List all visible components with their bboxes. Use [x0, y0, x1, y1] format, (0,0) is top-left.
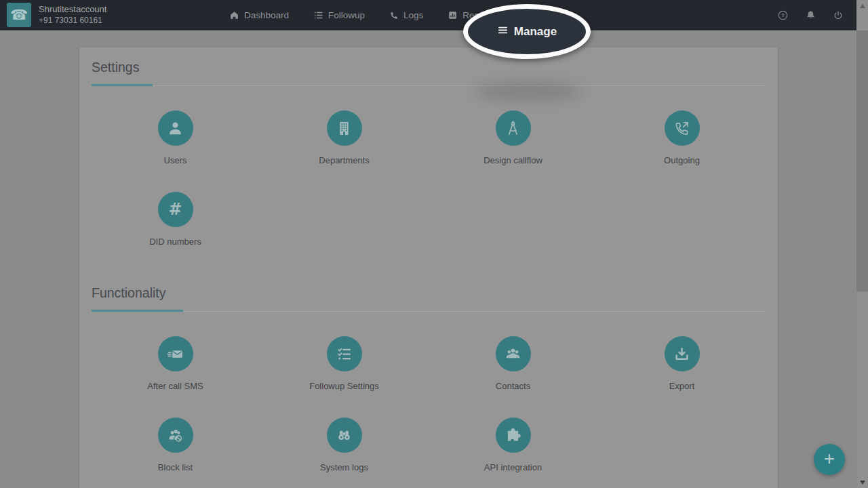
divider-accent — [92, 84, 153, 86]
add-button[interactable]: + — [814, 444, 845, 475]
scroll-up-button[interactable] — [856, 0, 868, 12]
contacts-group-icon — [496, 336, 531, 371]
settings-grid: Users Departments — [91, 86, 766, 273]
bell-icon[interactable] — [805, 9, 816, 21]
manage-panel: Settings Users — [79, 47, 778, 488]
nav-item-dashboard[interactable]: Dashboard — [229, 10, 289, 20]
scroll-up-icon — [860, 4, 865, 8]
plus-icon: + — [824, 448, 835, 469]
tile-followup-settings[interactable]: Followup Settings — [260, 336, 429, 418]
app-logo[interactable]: ☎ — [7, 3, 31, 27]
account-brand: Shrutitestaccount +91 73031 60161 — [39, 4, 106, 25]
tile-system-logs[interactable]: System logs — [260, 418, 429, 488]
scrollbar-thumb[interactable] — [856, 30, 868, 291]
nav-item-logs[interactable]: Logs — [389, 10, 423, 20]
functionality-grid: After call SMS Followup Settings — [91, 312, 766, 488]
nav-item-label: Logs — [403, 10, 423, 20]
block-list-icon — [158, 418, 193, 453]
svg-text:?: ? — [781, 12, 785, 18]
sms-envelope-icon — [158, 336, 193, 371]
followup-list-icon — [313, 10, 323, 20]
outgoing-call-icon — [665, 110, 700, 146]
tile-block-list[interactable]: Block list — [91, 418, 260, 488]
tile-did-numbers[interactable]: # DID numbers — [91, 192, 260, 273]
account-name: Shrutitestaccount — [39, 4, 106, 15]
section-divider — [91, 85, 766, 86]
puzzle-icon — [496, 418, 531, 453]
phone-logo-icon: ☎ — [10, 3, 28, 27]
spotlight-ellipse: Manage — [463, 4, 591, 59]
tile-label: Design callflow — [484, 155, 542, 165]
tile-api-integration[interactable]: API integration — [429, 418, 597, 488]
tile-contacts[interactable]: Contacts — [429, 336, 597, 418]
nav-item-label: Dashboard — [244, 10, 289, 20]
navbar-right-icons: ? — [777, 0, 844, 30]
tile-outgoing[interactable]: Outgoing — [597, 110, 766, 192]
departments-icon — [327, 110, 362, 146]
binoculars-icon — [327, 418, 362, 453]
tile-label: Contacts — [496, 381, 530, 391]
tile-label: Departments — [319, 155, 369, 165]
tile-label: Export — [669, 381, 695, 391]
top-navbar: ☎ Shrutitestaccount +91 73031 60161 Dash… — [0, 0, 868, 30]
home-icon — [229, 10, 239, 20]
tile-label: After call SMS — [147, 381, 203, 391]
section-title-functionality: Functionality — [92, 285, 766, 301]
design-callflow-icon — [496, 110, 531, 146]
checklist-icon — [327, 336, 362, 371]
export-download-icon — [665, 336, 700, 371]
vertical-scrollbar[interactable] — [856, 0, 868, 488]
tile-label: Block list — [158, 462, 193, 472]
tile-after-call-sms[interactable]: After call SMS — [91, 336, 260, 418]
divider-accent — [92, 310, 183, 312]
account-phone-number: +91 73031 60161 — [39, 16, 106, 26]
tile-design-callflow[interactable]: Design callflow — [429, 110, 597, 192]
power-icon[interactable] — [833, 10, 844, 21]
users-icon — [158, 110, 193, 146]
manage-label: Manage — [514, 25, 557, 39]
spotlight-shadow — [475, 83, 582, 100]
nav-item-manage[interactable]: Manage — [497, 24, 557, 39]
tile-label: DID numbers — [149, 237, 201, 247]
help-icon[interactable]: ? — [777, 9, 789, 21]
tile-label: Users — [164, 155, 187, 165]
section-title-settings: Settings — [92, 60, 766, 75]
nav-item-followup[interactable]: Followup — [313, 10, 365, 20]
tile-label: Outgoing — [664, 155, 700, 165]
bar-chart-icon — [448, 10, 458, 20]
tile-label: API integration — [484, 462, 542, 472]
hamburger-icon — [497, 24, 509, 39]
main-nav: Dashboard Followup Logs — [229, 0, 495, 30]
scroll-down-button[interactable] — [856, 476, 868, 488]
tile-departments[interactable]: Departments — [260, 110, 429, 192]
nav-item-label: Followup — [328, 10, 365, 20]
tile-export[interactable]: Export — [597, 336, 766, 418]
tile-label: System logs — [320, 462, 368, 472]
hash-icon: # — [158, 192, 193, 227]
phone-icon — [389, 11, 399, 20]
tile-label: Followup Settings — [309, 381, 379, 391]
scroll-down-icon — [860, 481, 865, 485]
section-divider — [91, 311, 766, 312]
tile-users[interactable]: Users — [91, 110, 260, 192]
